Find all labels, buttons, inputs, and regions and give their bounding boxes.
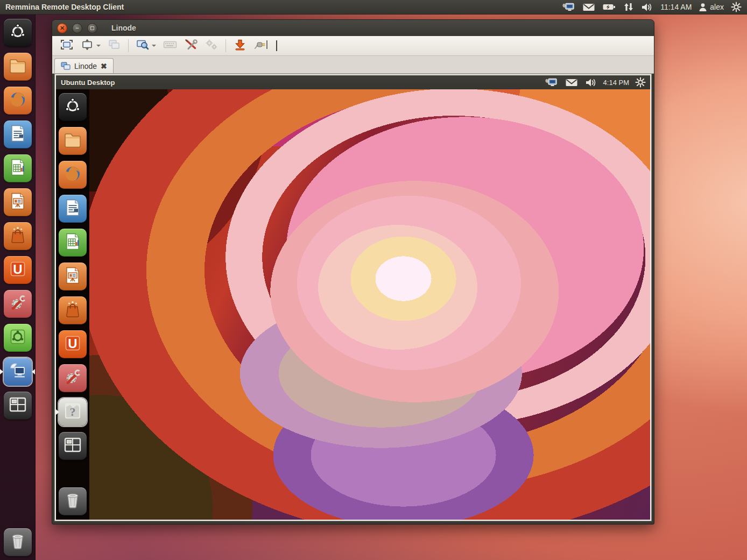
dash-home-icon (9, 23, 27, 43)
user-menu[interactable]: alex (699, 3, 724, 12)
volume-indicator-icon[interactable] (585, 78, 597, 87)
launcher-item-firefox[interactable] (4, 87, 32, 115)
maximize-icon (90, 26, 94, 30)
minimize-to-tray-button[interactable] (230, 38, 250, 54)
remote-launcher: U? (56, 89, 89, 520)
host-clock[interactable]: 11:14 AM (660, 3, 692, 11)
dropdown-caret-icon[interactable] (96, 45, 101, 47)
libreoffice-impress-icon (63, 266, 82, 287)
launcher-item-workspace-switcher[interactable] (4, 392, 32, 420)
trash-icon (8, 531, 27, 553)
remote-screen[interactable]: Ubuntu Desktop 4:14 PM U? (56, 75, 650, 520)
mail-indicator-icon[interactable] (565, 78, 578, 87)
launcher-slot-libreoffice-impress (56, 263, 89, 290)
launcher-slot-dash-home (56, 93, 89, 121)
maximize-button[interactable] (87, 23, 97, 33)
launcher-item-libreoffice-writer[interactable] (4, 120, 32, 148)
ubuntu-one-icon: U (63, 334, 82, 355)
launcher-item-home-folder[interactable] (4, 53, 32, 81)
remote-panel-title[interactable]: Ubuntu Desktop (56, 79, 115, 87)
volume-indicator-icon[interactable] (641, 3, 653, 12)
minimize-button[interactable]: − (72, 23, 82, 33)
tb-gears-icon (205, 39, 219, 53)
launcher-item-dash-home[interactable] (4, 19, 32, 47)
launcher-slot-system-settings (0, 290, 35, 318)
grab-keyboard-button[interactable] (159, 38, 181, 54)
launcher-item-ubuntu-one[interactable]: U (4, 256, 32, 284)
remote-wallpaper[interactable] (89, 89, 650, 520)
libreoffice-writer-icon (63, 198, 82, 219)
svg-text:U: U (13, 262, 22, 277)
launcher-slot-software-updater (0, 324, 35, 352)
plugin-settings-button[interactable] (201, 38, 222, 54)
disconnect-button[interactable] (250, 38, 273, 54)
launcher-slot-trash (56, 487, 89, 515)
launcher-slot-remmina (0, 358, 35, 386)
duplicate-connection-button[interactable] (104, 38, 124, 54)
launcher-slot-workspace-switcher (0, 392, 35, 420)
user-icon (699, 3, 707, 12)
preferences-tools-button[interactable] (181, 38, 201, 54)
battery-indicator-icon[interactable] (602, 3, 616, 11)
dash-home-icon (64, 97, 82, 117)
launcher-item-libreoffice-calc[interactable] (59, 229, 87, 257)
remote-session-gear-icon[interactable] (635, 77, 646, 88)
launcher-item-dash-home[interactable] (59, 93, 87, 121)
launcher-item-system-settings[interactable] (59, 364, 87, 392)
launcher-item-libreoffice-impress[interactable] (4, 188, 32, 216)
svg-text:?: ? (70, 405, 76, 419)
host-panel-title: Remmina Remote Desktop Client (0, 3, 124, 11)
launcher-item-firefox[interactable] (59, 161, 87, 189)
fit-window-button[interactable] (77, 38, 104, 54)
toolbar-separator (225, 39, 226, 52)
network-indicator-icon[interactable] (623, 2, 634, 12)
remote-desktop-indicator-icon[interactable] (544, 77, 558, 88)
tab-linode[interactable]: Linode ✖ (54, 58, 114, 73)
launcher-item-home-folder[interactable] (59, 127, 87, 155)
running-indicator-arrow (56, 409, 59, 415)
launcher-slot-ubuntu-one: U (0, 256, 35, 284)
launcher-item-remmina[interactable] (4, 358, 32, 386)
launcher-item-libreoffice-writer[interactable] (59, 195, 87, 223)
scaled-mode-button[interactable] (132, 38, 159, 54)
remote-desktop-indicator-icon[interactable] (561, 2, 575, 12)
tb-tray-icon (233, 39, 247, 53)
libreoffice-calc-icon (63, 232, 82, 253)
launcher-item-ubuntu-software-center[interactable] (59, 296, 87, 324)
ubuntu-software-center-icon (63, 300, 82, 321)
workspace-switcher-icon (8, 395, 27, 416)
remmina-toolbar (52, 36, 654, 56)
home-folder-icon (8, 56, 27, 77)
fullscreen-button[interactable] (57, 38, 77, 54)
host-top-panel: Remmina Remote Desktop Client 11:14 AM a… (0, 0, 747, 15)
launcher-slot-ubuntu-software-center (0, 222, 35, 250)
toolbar-separator (128, 39, 129, 52)
launcher-slot-ubuntu-software-center (56, 296, 89, 324)
window-titlebar[interactable]: ✕ − Linode (52, 20, 654, 36)
session-gear-icon[interactable] (731, 2, 742, 12)
launcher-item-software-updater[interactable] (4, 324, 32, 352)
remote-viewport-frame: Ubuntu Desktop 4:14 PM U? (54, 74, 652, 521)
tb-plug-icon (253, 39, 270, 53)
launcher-item-system-settings[interactable] (4, 290, 32, 318)
close-button[interactable]: ✕ (57, 23, 67, 33)
tb-fit-icon (80, 39, 94, 53)
mail-indicator-icon[interactable] (582, 3, 595, 12)
launcher-slot-libreoffice-calc (56, 229, 89, 257)
launcher-slot-libreoffice-writer (56, 195, 89, 223)
remote-clock[interactable]: 4:14 PM (603, 79, 629, 87)
tab-close-icon[interactable]: ✖ (101, 62, 107, 70)
libreoffice-calc-icon (8, 158, 27, 179)
launcher-item-libreoffice-impress[interactable] (59, 263, 87, 290)
launcher-item-trash[interactable] (4, 528, 32, 556)
launcher-slot-libreoffice-impress (0, 188, 35, 216)
launcher-item-workspace-switcher[interactable] (59, 432, 87, 460)
launcher-slot-trash (0, 528, 35, 556)
launcher-item-ubuntu-software-center[interactable] (4, 222, 32, 250)
dropdown-caret-icon[interactable] (152, 45, 156, 47)
launcher-item-unknown-window[interactable]: ? (59, 398, 87, 426)
launcher-item-ubuntu-one[interactable]: U (59, 330, 87, 358)
workspace-switcher-icon (63, 435, 82, 457)
launcher-item-libreoffice-calc[interactable] (4, 154, 32, 182)
launcher-item-trash[interactable] (59, 487, 87, 515)
